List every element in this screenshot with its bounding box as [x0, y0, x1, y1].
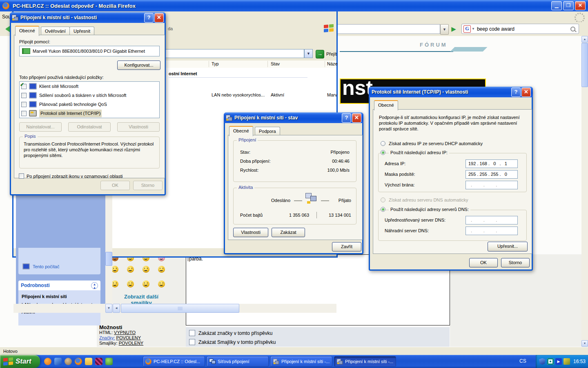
scroll-up-icon[interactable]: ▲ [581, 36, 588, 43]
tab-authentication[interactable]: Ověřování [41, 27, 70, 36]
list-item[interactable]: Sdílení souborů a tiskáren v sítích Micr… [20, 91, 159, 100]
static-ip-radio[interactable] [381, 150, 385, 155]
close-button[interactable]: ✕ [521, 88, 531, 97]
checkbox-checked-icon[interactable] [21, 93, 27, 98]
disable-button[interactable]: Zakázat [272, 228, 305, 237]
smiley-cool-icon[interactable] [158, 266, 165, 273]
scrollbar-thumb[interactable] [581, 43, 588, 87]
dns-auto-radio[interactable] [381, 197, 385, 202]
checkbox-checked-icon[interactable] [21, 102, 27, 107]
tags-link[interactable]: Značky: [99, 335, 115, 340]
configure-button[interactable]: Konfigurovat... [117, 61, 160, 70]
folder-icon[interactable] [85, 358, 92, 365]
install-button[interactable]: Nainstalovat... [19, 122, 62, 132]
uninstall-button[interactable]: Odinstalovat [68, 122, 111, 132]
close-dialog-button[interactable]: Zavřít [332, 242, 361, 251]
language-indicator[interactable]: CS [519, 358, 526, 364]
properties-button[interactable]: Vlastnosti [117, 122, 160, 132]
smiley-fight-icon[interactable] [127, 266, 134, 273]
address-combo-icon[interactable]: ▼ [304, 49, 313, 58]
scrollbar-thumb[interactable] [121, 304, 239, 313]
smiley-wink-icon[interactable] [111, 280, 118, 287]
column-name[interactable]: Náze [327, 61, 338, 66]
graphics-tray-icon[interactable] [564, 358, 570, 365]
smiley-smile-icon[interactable] [143, 280, 149, 287]
cancel-button[interactable]: Storno [501, 258, 530, 267]
help-button[interactable]: ? [342, 113, 351, 123]
photos-icon[interactable] [95, 358, 102, 365]
dialog-titlebar[interactable]: Připojení k místní síti - vlastnosti ? ✕ [10, 12, 166, 23]
list-item[interactable]: Plánovač paketů technologie QoS [20, 100, 159, 109]
column-type[interactable]: Typ [212, 61, 219, 66]
scroll-down-icon[interactable]: ▼ [581, 340, 588, 347]
plant-icon[interactable] [105, 358, 113, 365]
go-icon[interactable]: ▶ [449, 24, 459, 34]
page-scrollbar[interactable]: ▲ ▼ [581, 36, 588, 347]
task-firefox[interactable]: PC-HELP.CZ :: Odesl... [143, 356, 205, 367]
help-button[interactable]: ? [511, 88, 521, 97]
gateway-field[interactable]: . . . [466, 181, 518, 189]
tab-general[interactable]: Obecné [15, 26, 39, 36]
start-button[interactable]: Start [0, 355, 40, 368]
search-icon[interactable] [570, 27, 575, 31]
chevron-down-icon[interactable]: ▼ [472, 27, 475, 31]
smiley-sad-icon[interactable] [111, 266, 118, 273]
sync-icon[interactable] [547, 358, 554, 365]
collapse-chevron-icon[interactable]: ▲▲ [91, 282, 98, 289]
disable-tags-checkbox[interactable] [189, 330, 195, 336]
close-button[interactable]: ✕ [575, 1, 586, 10]
cancel-button[interactable]: Storno [133, 181, 163, 190]
ok-button[interactable]: OK [100, 181, 130, 190]
show-icon-checkbox[interactable] [19, 173, 24, 179]
sidebar-item-my-computer[interactable]: Tento počítač [22, 263, 59, 269]
advanced-button[interactable]: Upřesnit... [488, 242, 528, 251]
tab-support[interactable]: Podpora [255, 127, 280, 136]
properties-button[interactable]: Vlastnosti [233, 228, 268, 237]
task-network-connections[interactable]: Síťová připojení [207, 356, 269, 367]
ip-address-field[interactable]: 192 . 168 . 0 . 1 [466, 159, 518, 168]
dhcp-radio[interactable] [381, 141, 385, 146]
dialog-titlebar[interactable]: Protokol sítě Internet (TCP/IP) - vlastn… [369, 87, 533, 97]
close-button[interactable]: ✕ [352, 113, 361, 123]
checkbox-checked-icon[interactable] [21, 111, 27, 116]
search-input[interactable]: G ▼ beep code award [461, 24, 579, 34]
restore-button[interactable]: ❐ [563, 1, 574, 10]
firefox-icon[interactable] [75, 358, 82, 365]
scrollbar-thumb[interactable] [105, 252, 112, 266]
scroll-left-icon[interactable]: ◄ [113, 304, 120, 313]
tab-advanced[interactable]: Upřesnit [69, 27, 94, 36]
address-dropdown-icon[interactable]: ▼ [440, 24, 449, 35]
media-player-icon[interactable] [44, 358, 51, 365]
messenger-icon[interactable] [54, 358, 62, 365]
dns-static-radio[interactable] [381, 207, 385, 212]
smiley-crazy-icon[interactable] [127, 280, 134, 287]
subnet-mask-field[interactable]: 255 . 255 . 255 . 0 [466, 170, 518, 179]
disable-smilies-checkbox[interactable] [189, 339, 195, 345]
explorer-hscrollbar[interactable]: ▼ ◄ [13, 304, 336, 313]
tab-general[interactable]: Obecné [229, 126, 253, 136]
dialog-titlebar[interactable]: Připojení k místní síti - stav ? ✕ [224, 112, 363, 123]
firefox-titlebar[interactable]: PC-HELP.CZ :: Odeslat odpověď - Mozilla … [0, 0, 588, 11]
ok-button[interactable]: OK [469, 258, 498, 267]
google-icon[interactable]: G [463, 25, 471, 33]
close-button[interactable]: ✕ [154, 13, 164, 22]
menu-help[interactable]: da [168, 26, 173, 31]
go-button[interactable]: → Přejít [316, 49, 350, 59]
shield-icon[interactable] [539, 358, 546, 365]
minimize-button[interactable]: ▁ [551, 1, 562, 10]
task-connection-status[interactable]: Připojení k místní síti -... [334, 356, 396, 367]
cat-icon[interactable] [65, 358, 72, 365]
smiley-loud-icon[interactable] [158, 280, 165, 287]
column-status[interactable]: Stav [271, 61, 280, 66]
task-connection-properties[interactable]: Připojení k místní síti -... [270, 356, 332, 367]
player-tray-icon[interactable]: ▶ [555, 358, 562, 365]
list-item-selected[interactable]: Protokol sítě Internet (TCP/IP) [20, 109, 159, 118]
preferred-dns-field[interactable]: . . . [466, 216, 518, 224]
scroll-down-icon[interactable]: ▼ [105, 304, 112, 313]
tab-general[interactable]: Obecné [374, 100, 398, 110]
help-button[interactable]: ? [144, 13, 154, 22]
search-text[interactable]: beep code award [477, 26, 570, 32]
smiley-devil-icon[interactable] [143, 266, 149, 273]
list-item[interactable]: Klient sítě Microsoft [20, 82, 159, 91]
alternate-dns-field[interactable]: . . . [466, 227, 518, 235]
